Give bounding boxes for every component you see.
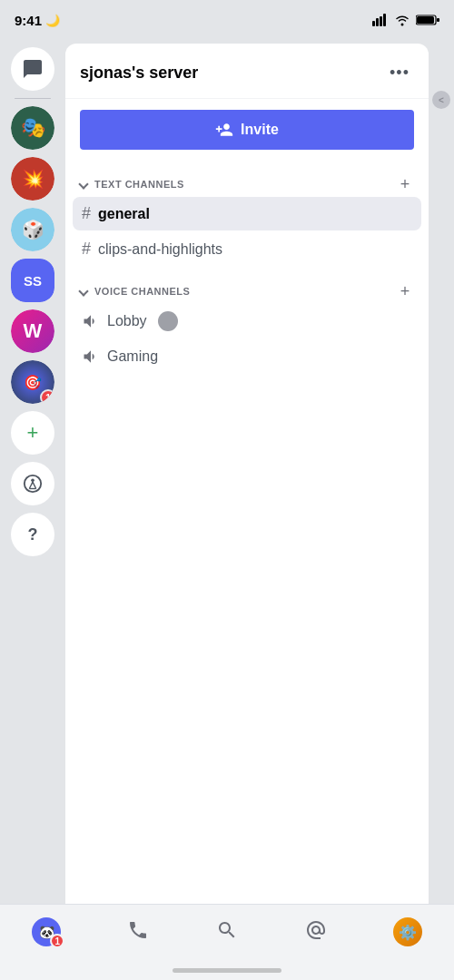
svg-point-7 — [25, 475, 41, 492]
server-item-3[interactable]: 🎲 — [11, 208, 54, 251]
channel-panel: sjonas's server ••• Invite TEXT CHANNELS… — [65, 44, 429, 904]
server-item-4[interactable]: SS — [11, 259, 54, 302]
tab-search[interactable] — [200, 914, 254, 946]
mentions-icon — [303, 917, 329, 943]
home-badge: 1 — [50, 934, 64, 948]
server-list: 🎭 💥 🎲 SS W 🎯 1 + — [0, 40, 65, 904]
invite-icon — [215, 121, 233, 139]
svg-rect-5 — [417, 16, 434, 24]
svg-rect-6 — [437, 18, 439, 22]
svg-point-8 — [31, 479, 35, 483]
channel-item-clips[interactable]: # clips-and-highlights — [73, 232, 421, 266]
tab-mentions[interactable] — [289, 914, 343, 946]
svg-rect-0 — [372, 21, 375, 26]
svg-rect-3 — [383, 14, 386, 26]
right-panel-icon: < — [432, 91, 450, 109]
tab-profile[interactable]: ⚙️ — [379, 914, 437, 950]
battery-icon — [416, 14, 439, 26]
speaker-icon-2 — [82, 348, 100, 366]
hash-icon: # — [82, 204, 91, 223]
wifi-icon — [394, 14, 410, 26]
right-panel-hint: < — [429, 40, 454, 904]
dm-button[interactable] — [11, 47, 54, 91]
more-options-button[interactable]: ••• — [385, 58, 414, 87]
calls-icon — [125, 917, 151, 943]
hash-icon-2: # — [82, 240, 91, 259]
chevron-down-icon — [78, 179, 88, 189]
home-indicator — [173, 968, 281, 973]
server-item-2[interactable]: 💥 — [11, 157, 54, 201]
add-server-button[interactable]: + — [11, 411, 54, 455]
tab-home[interactable]: 🐼 1 — [17, 914, 75, 950]
status-time: 9:41 🌙 — [15, 13, 60, 28]
server-name: sjonas's server — [80, 64, 198, 83]
status-icons — [372, 14, 439, 26]
tab-calls[interactable] — [111, 914, 165, 946]
svg-line-9 — [29, 482, 33, 488]
status-bar: 9:41 🌙 — [0, 0, 454, 40]
svg-rect-1 — [376, 18, 379, 26]
svg-rect-2 — [380, 16, 382, 26]
help-button[interactable]: ? — [11, 513, 54, 556]
signal-icon — [372, 14, 389, 26]
explore-button[interactable] — [11, 462, 54, 505]
moon-icon: 🌙 — [45, 14, 60, 27]
channel-header: sjonas's server ••• — [65, 44, 429, 99]
voice-channels-section[interactable]: VOICE CHANNELS + — [73, 268, 421, 304]
channel-item-gaming[interactable]: Gaming — [73, 340, 421, 373]
chevron-down-icon-voice — [78, 286, 88, 296]
notification-badge: 1 — [40, 389, 54, 404]
main-layout: 🎭 💥 🎲 SS W 🎯 1 + — [0, 40, 454, 904]
search-icon — [214, 917, 240, 943]
channel-item-lobby[interactable]: Lobby — [73, 304, 421, 338]
add-text-channel-button[interactable]: + — [396, 175, 414, 193]
server-item-5[interactable]: W — [11, 309, 54, 353]
text-channels-section[interactable]: TEXT CHANNELS + — [73, 161, 421, 197]
channel-list: TEXT CHANNELS + # general # clips-and-hi… — [65, 161, 429, 904]
divider — [15, 98, 51, 99]
svg-line-10 — [33, 482, 36, 488]
explore-icon — [23, 474, 43, 494]
server-item-1[interactable]: 🎭 — [11, 106, 54, 150]
channel-item-general[interactable]: # general — [73, 197, 421, 230]
chat-icon — [22, 58, 44, 80]
server-item-6[interactable]: 🎯 1 — [11, 360, 54, 404]
speaker-icon — [82, 312, 100, 330]
invite-button[interactable]: Invite — [80, 110, 414, 150]
profile-tab-icon-wrapper: 🐼 1 — [32, 917, 61, 946]
user-in-channel-indicator — [158, 311, 178, 331]
add-voice-channel-button[interactable]: + — [396, 282, 414, 300]
user-avatar: ⚙️ — [393, 917, 422, 946]
